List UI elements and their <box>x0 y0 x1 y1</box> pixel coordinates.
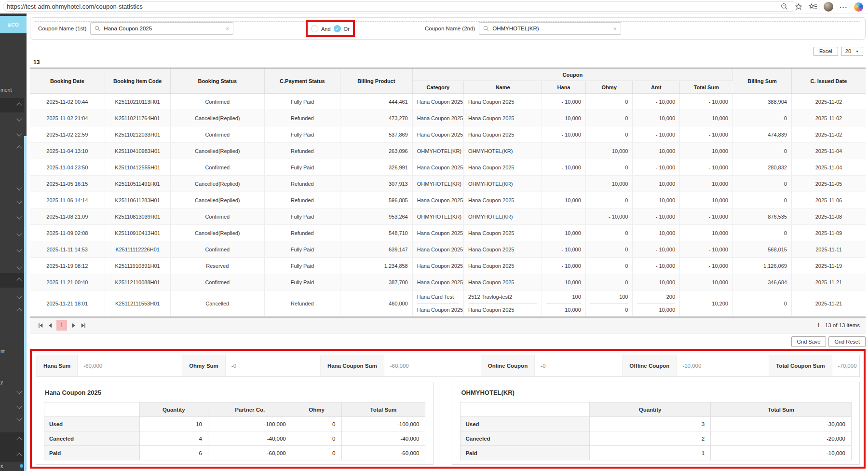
coupon-name-1st-label: Coupon Name (1st) <box>38 26 86 31</box>
col-header-amt[interactable]: Amt <box>633 81 680 94</box>
next-page-button[interactable] <box>68 320 78 330</box>
cell-status: Cancelled(Replied) <box>170 110 264 126</box>
table-row[interactable]: 2025-11-06 14:14K25110611283H01Cancelled… <box>30 192 866 208</box>
coupon-name-1st-group: Coupon Name (1st) Hana Coupon 2025 × <box>38 22 233 35</box>
cell-code: K25110410983H01 <box>105 143 170 159</box>
cell-code: K25110611283H01 <box>105 192 170 208</box>
clear-icon[interactable]: × <box>613 26 617 32</box>
grid-save-button[interactable]: Grid Save <box>791 336 827 347</box>
cell-ohmy: 0 <box>585 159 633 176</box>
table-row[interactable]: 2025-11-04 13:10K25110410983H01Cancelled… <box>30 143 866 159</box>
col-header-total-sum[interactable]: Total Sum <box>680 81 733 94</box>
favorite-star-icon[interactable] <box>795 3 802 11</box>
table-row[interactable]: 2025-11-21 18:01K25112111553H01Cancelled… <box>30 291 866 317</box>
chevron-down-icon[interactable] <box>16 198 22 204</box>
cell-status: Confirmed <box>170 159 264 176</box>
table-row[interactable]: 2025-11-05 16:15K25110511491H01Cancelled… <box>30 176 866 192</box>
chevron-down-icon[interactable] <box>16 247 22 252</box>
coupon-name-2nd-input[interactable]: OHMYHOTEL(KR) × <box>479 22 621 35</box>
table-row[interactable]: 2025-11-09 02:08K25110910413H01Cancelled… <box>30 225 866 241</box>
col-header-hana[interactable]: Hana <box>542 81 586 94</box>
grid-reset-button[interactable]: Grid Reset <box>828 336 866 347</box>
table-row[interactable]: 2025-11-21 00:40K25112110088H01Confirmed… <box>30 274 866 291</box>
chevron-down-icon[interactable] <box>16 131 22 136</box>
cell-ohmy: 10,000 <box>585 176 633 192</box>
table-row[interactable]: 2025-11-02 21:04K25110211764H01Cancelled… <box>30 110 866 126</box>
col-header-billing-product[interactable]: Billing Product <box>340 68 412 94</box>
table-row[interactable]: 2025-11-04 23:50K25110412555H01Confirmed… <box>30 159 866 176</box>
table-row: Paid1-10,000 <box>461 446 852 460</box>
cell-total: 10,200 <box>680 291 733 317</box>
chevron-down-icon[interactable] <box>16 388 22 394</box>
col-header-billing-sum[interactable]: Billing Sum <box>732 68 791 94</box>
sidebar-item-label[interactable]: ment <box>0 87 12 93</box>
sidebar-item-label[interactable]: nt <box>0 348 5 354</box>
chevron-down-icon[interactable] <box>16 264 22 269</box>
copilot-icon[interactable] <box>854 2 863 12</box>
chevron-down-icon[interactable] <box>16 116 22 121</box>
cell-value: 2 <box>589 431 710 446</box>
cell-category: Hana Coupon 2025 <box>412 126 463 143</box>
cell-payment: Fully Paid <box>264 241 340 258</box>
page-size-select[interactable]: 20 ▼ <box>841 47 863 56</box>
clear-icon[interactable]: × <box>226 26 230 32</box>
page-size-value: 20 <box>845 49 851 54</box>
table-row[interactable]: 2025-11-08 21:09K25110813039H01Confirmed… <box>30 208 866 225</box>
prev-page-button[interactable] <box>45 320 55 330</box>
col-header-name[interactable]: Name <box>464 81 542 94</box>
table-row: Canceled4-40,0000-40,000 <box>44 431 425 446</box>
chevron-down-icon[interactable] <box>16 185 22 190</box>
app-logo[interactable]: &CO <box>0 16 27 33</box>
chevron-down-icon[interactable] <box>16 293 22 299</box>
sub-value: 100 <box>546 291 581 304</box>
current-page[interactable]: 1 <box>56 320 67 331</box>
profile-avatar[interactable] <box>824 2 833 12</box>
chevron-up-icon[interactable] <box>16 308 22 313</box>
favorites-list-icon[interactable] <box>809 3 817 11</box>
summary-item: Hana Sum-60,000 <box>36 355 182 376</box>
sub-value: 10,000 <box>637 304 675 316</box>
cell-value: -100,000 <box>341 417 425 431</box>
cell-category: OHMYHOTEL(KR) <box>412 143 463 159</box>
cell-product: 596,885 <box>340 192 412 208</box>
col-header-booking-date[interactable]: Booking Date <box>30 68 105 94</box>
ohmyhotel-panel: OHMYHOTEL(KR)QuantityTotal SumUsed3-30,0… <box>452 382 860 465</box>
and-radio[interactable] <box>311 25 318 32</box>
col-header-booking-status[interactable]: Booking Status <box>170 68 264 94</box>
or-radio[interactable]: ✓ <box>334 25 341 32</box>
first-page-button[interactable] <box>36 320 45 330</box>
items-count-info: 1 - 13 of 13 items <box>817 322 860 328</box>
table-row[interactable]: 2025-11-19 08:12K25111910391H01ReservedF… <box>30 258 866 274</box>
summary-value: -0 <box>535 363 545 369</box>
col-header: Total Sum <box>711 402 852 417</box>
cell-code: K25110210113H01 <box>105 94 170 110</box>
last-page-button[interactable] <box>78 320 88 330</box>
sidebar-item-label[interactable]: y <box>0 379 3 385</box>
toolbar: Excel 20 ▼ <box>27 46 863 56</box>
cell-value: 0 <box>292 446 341 460</box>
more-options-icon[interactable]: ... <box>840 2 848 9</box>
col-header-item-code[interactable]: Booking Item Code <box>105 68 170 94</box>
cell-date: 2025-11-04 13:10 <box>30 143 105 159</box>
sidebar-item-label[interactable]: s <box>0 463 3 469</box>
url-text[interactable]: https://test-adm.ohmyhotel.com/coupon-st… <box>7 3 143 10</box>
zoom-out-icon[interactable] <box>781 3 788 11</box>
cell-hana <box>542 208 586 225</box>
table-row[interactable]: 2025-11-02 22:59K25110212033H01Confirmed… <box>30 126 866 143</box>
chevron-up-icon[interactable] <box>16 145 22 151</box>
col-header-payment-status[interactable]: C.Payment Status <box>264 68 340 94</box>
chevron-down-icon[interactable] <box>16 214 22 219</box>
cell-date: 2025-11-02 00:44 <box>30 94 105 110</box>
panel-title: OHMYHOTEL(KR) <box>461 389 852 396</box>
chevron-down-icon[interactable] <box>16 403 22 409</box>
col-header-issued-date[interactable]: C. Issued Date <box>791 68 866 94</box>
coupon-name-1st-input[interactable]: Hana Coupon 2025 × <box>90 22 233 35</box>
table-row[interactable]: 2025-11-11 14:53K25111112226H01Confirmed… <box>30 241 866 258</box>
col-header-ohmy[interactable]: Ohmy <box>585 81 633 94</box>
col-header-category[interactable]: Category <box>412 81 463 94</box>
chevron-down-icon[interactable] <box>16 231 22 236</box>
excel-button[interactable]: Excel <box>814 47 838 56</box>
chevron-down-icon[interactable] <box>16 416 22 421</box>
table-row[interactable]: 2025-11-02 00:44K25110210113H01Confirmed… <box>30 94 866 110</box>
cell-value: 4 <box>139 431 208 446</box>
